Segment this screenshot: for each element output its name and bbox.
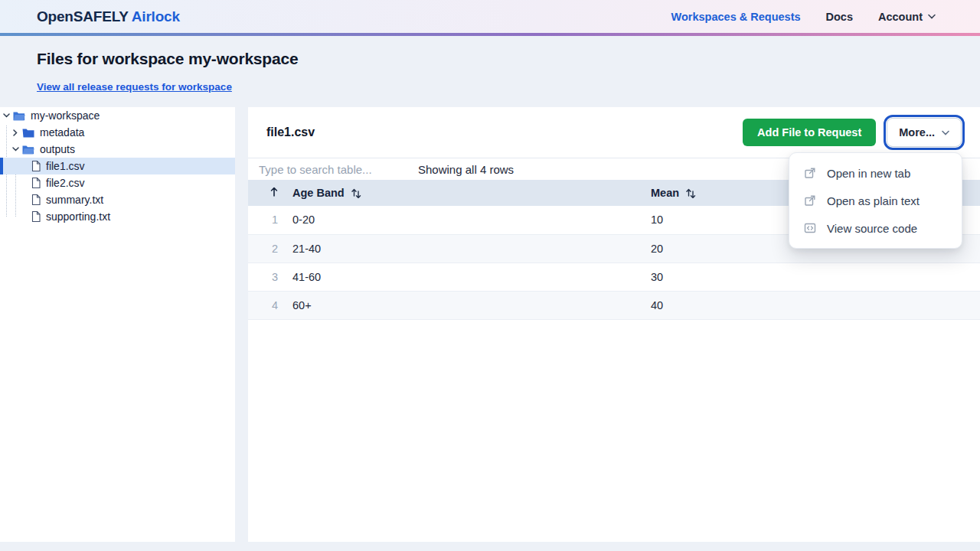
file-detail-header: file1.csv Add File to Request More...: [248, 107, 980, 158]
tree-item-file1-csv[interactable]: file1.csv: [0, 158, 235, 174]
file-icon: [31, 178, 41, 188]
tree-item-label: supporting.txt: [46, 210, 110, 223]
tree-item-label: my-workspace: [31, 109, 100, 122]
nav-link-docs[interactable]: Docs: [826, 11, 853, 23]
table-row: 4 60+ 40: [248, 291, 980, 319]
table-search-input[interactable]: [259, 163, 418, 176]
page-title: Files for workspace my-workspace: [37, 50, 943, 68]
cell-age-band: 60+: [285, 291, 645, 319]
file-icon: [31, 211, 41, 222]
cell-mean: 40: [645, 291, 980, 319]
brand-logo[interactable]: OpenSAFELY Airlock: [37, 8, 180, 25]
column-header-age-band[interactable]: Age Band: [285, 180, 645, 206]
external-link-icon: [804, 194, 816, 207]
tree-item-metadata[interactable]: metadata: [0, 124, 235, 141]
nav-link-workspaces-requests[interactable]: Workspaces & Requests: [671, 11, 801, 23]
tree-item-my-workspace[interactable]: my-workspace: [0, 107, 235, 124]
tree-item-label: file1.csv: [46, 160, 85, 172]
rows-status: Showing all 4 rows: [418, 163, 514, 176]
chevron-down-icon: [11, 147, 20, 152]
cell-age-band: 41-60: [285, 262, 645, 291]
view-release-requests-link[interactable]: View all release requests for workspace: [37, 81, 232, 93]
tree-item-supporting-txt[interactable]: supporting.txt: [0, 208, 235, 225]
cell-mean: 30: [645, 262, 980, 291]
navbar: OpenSAFELY Airlock Workspaces & Requests…: [0, 0, 980, 33]
folder-open-icon: [22, 145, 34, 155]
tree-item-label: file2.csv: [46, 177, 85, 189]
row-number: 3: [248, 262, 285, 291]
chevron-right-icon: [11, 129, 20, 136]
row-number: 4: [248, 291, 285, 319]
menu-item-open-as-plain-text[interactable]: Open as plain text: [789, 187, 962, 214]
row-number: 2: [248, 234, 285, 262]
sort-icon: [351, 187, 361, 198]
cell-age-band: 21-40: [285, 234, 645, 262]
tree-item-file2-csv[interactable]: file2.csv: [0, 174, 235, 191]
page-header: Files for workspace my-workspace View al…: [0, 36, 980, 93]
sort-ascending-icon: [270, 187, 278, 197]
file-title: file1.csv: [266, 126, 743, 139]
external-link-icon: [804, 167, 816, 179]
brand-part-opensafely: OpenSAFELY: [37, 8, 128, 24]
file-icon: [31, 161, 41, 171]
sort-icon: [686, 187, 696, 198]
file-tree-sidebar: my-workspace metadata outputs file1.csv …: [0, 107, 235, 542]
menu-item-open-in-new-tab[interactable]: Open in new tab: [789, 159, 962, 187]
menu-item-view-source-code[interactable]: View source code: [789, 214, 962, 242]
more-button[interactable]: More...: [887, 118, 962, 147]
folder-icon: [22, 128, 34, 138]
tree-item-label: metadata: [40, 126, 84, 139]
file-icon: [31, 194, 41, 205]
nav-links: Workspaces & Requests Docs Account: [671, 11, 936, 23]
brand-part-airlock: Airlock: [132, 8, 180, 24]
chevron-down-icon: [2, 113, 11, 118]
table-row: 3 41-60 30: [248, 262, 980, 291]
source-code-icon: [804, 222, 816, 234]
folder-open-icon: [13, 111, 25, 121]
tree-item-label: outputs: [40, 143, 75, 155]
nav-link-account[interactable]: Account: [878, 11, 936, 23]
add-file-to-request-button[interactable]: Add File to Request: [743, 119, 876, 146]
row-number: 1: [248, 206, 285, 234]
chevron-down-icon: [942, 130, 949, 135]
row-number-column-header[interactable]: [248, 180, 285, 206]
cell-age-band: 0-20: [285, 206, 645, 234]
tree-item-summary-txt[interactable]: summary.txt: [0, 191, 235, 208]
more-dropdown-menu: Open in new tab Open as plain text View …: [789, 152, 962, 249]
tree-item-label: summary.txt: [46, 194, 103, 206]
tree-item-outputs[interactable]: outputs: [0, 141, 235, 158]
chevron-down-icon: [928, 14, 936, 19]
